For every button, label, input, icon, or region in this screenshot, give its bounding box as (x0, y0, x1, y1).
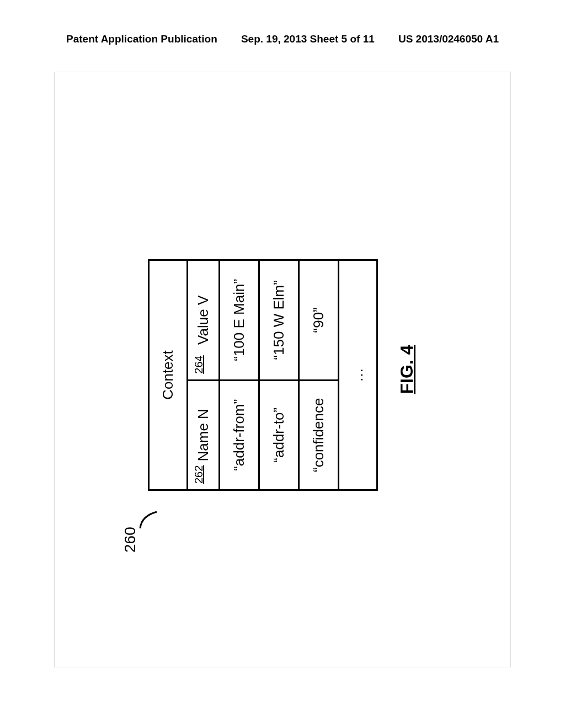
table-row-ellipsis: … (339, 260, 377, 490)
lead-line (138, 510, 160, 532)
cell-name: “addr-to” (259, 380, 299, 490)
diagram-rotated-wrap: 260 Context 262 Name N (148, 215, 417, 524)
ellipsis-cell: … (339, 260, 377, 490)
table-title: Context (149, 260, 188, 490)
header-right: US 2013/0246050 A1 (398, 33, 499, 45)
cell-name: “confidence (299, 380, 339, 490)
column-label-value: Value V (195, 296, 212, 345)
column-label-name: Name N (195, 409, 212, 461)
figure-label: FIG. 4 (397, 215, 417, 524)
table-row: “addr-from” “100 E Main” (220, 260, 259, 490)
page-header: Patent Application Publication Sep. 19, … (0, 33, 565, 45)
table-row: “confidence “90” (299, 260, 339, 490)
column-header-name: 262 Name N (188, 380, 220, 490)
page: Patent Application Publication Sep. 19, … (0, 0, 565, 728)
cell-value: “100 E Main” (220, 260, 259, 381)
context-diagram: 260 Context 262 Name N (148, 215, 417, 524)
reference-numeral-264: 264 (193, 355, 205, 373)
content-frame: 260 Context 262 Name N (54, 72, 511, 667)
reference-numeral-260: 260 (121, 527, 139, 553)
header-left: Patent Application Publication (66, 33, 217, 45)
column-header-value: 264 Value V (188, 260, 220, 381)
cell-value: “150 W Elm” (259, 260, 299, 381)
cell-value: “90” (299, 260, 339, 381)
table-row: “addr-to” “150 W Elm” (259, 260, 299, 490)
reference-numeral-262: 262 (193, 465, 205, 484)
header-center: Sep. 19, 2013 Sheet 5 of 11 (241, 33, 375, 45)
context-table: Context 262 Name N 264 Value V (148, 259, 378, 491)
cell-name: “addr-from” (220, 380, 259, 490)
